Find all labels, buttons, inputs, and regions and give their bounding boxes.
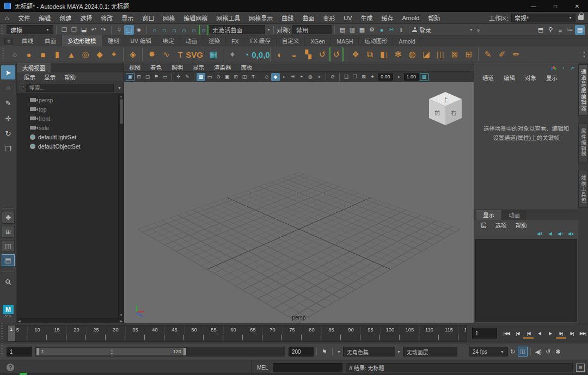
quad-draw-icon[interactable]: ✎: [481, 47, 495, 62]
two-pane-layout-button[interactable]: ◫: [2, 240, 15, 252]
super-shape-icon[interactable]: ✸: [145, 47, 159, 62]
range-slider-range[interactable]: 1 120: [36, 348, 186, 355]
playback-start-field[interactable]: [7, 347, 32, 356]
shelf-tab[interactable]: 绑定: [157, 35, 180, 46]
shelf-tab[interactable]: 自定义: [277, 35, 305, 46]
pop-out-panel-icon[interactable]: ❐: [351, 73, 359, 81]
view-cube[interactable]: 上 前 右: [429, 92, 462, 127]
polygon-torus-icon[interactable]: ◎: [78, 47, 93, 62]
menu-item[interactable]: 通道: [477, 72, 499, 82]
close-button[interactable]: ✕: [566, 0, 588, 12]
current-time-field[interactable]: [472, 328, 497, 339]
drag-grip[interactable]: [0, 343, 4, 355]
animation-preferences-icon[interactable]: ✱: [553, 347, 563, 356]
chevron-down-icon[interactable]: ▼: [267, 28, 271, 32]
svg-tool-icon[interactable]: SVG: [187, 47, 201, 62]
smooth-icon[interactable]: ✻: [391, 47, 405, 62]
menu-item[interactable]: 展示: [20, 72, 39, 82]
polygon-cylinder-icon[interactable]: ▮: [50, 47, 64, 62]
wireframe-icon[interactable]: ◇: [262, 73, 271, 81]
loop-toggle-icon[interactable]: ↻: [508, 347, 518, 356]
menu-item[interactable]: 显示: [188, 63, 209, 71]
remesh-icon[interactable]: ⊞: [462, 47, 476, 62]
step-forward-key-button[interactable]: ▶|: [556, 328, 566, 339]
resolution-gate-icon[interactable]: ⊙: [214, 73, 223, 81]
snapshot-icon[interactable]: ❏: [342, 73, 351, 81]
fullscreen-icon[interactable]: ⊠: [359, 73, 368, 81]
repeat-last-options-icon[interactable]: ↺: [329, 47, 344, 62]
pan-zoom-icon[interactable]: ✛: [174, 73, 183, 81]
help-icon[interactable]: ?: [7, 364, 14, 371]
render-setup-icon[interactable]: ✂: [387, 25, 396, 35]
outliner-persp-layout-button[interactable]: ▤: [2, 254, 15, 266]
four-pane-layout-button[interactable]: ⊞: [2, 226, 15, 238]
humanik-toggle-icon[interactable]: ⚲: [546, 25, 555, 35]
layer-list[interactable]: [475, 239, 577, 322]
snap-to-point-icon[interactable]: ∩: [169, 25, 179, 35]
shelf-options-icon[interactable]: ○: [8, 47, 22, 62]
repeat-last-icon[interactable]: ↺: [315, 47, 329, 62]
menu-item[interactable]: 面板: [236, 63, 258, 71]
outliner-tab[interactable]: 大纲视图: [17, 63, 51, 72]
shelf-tab[interactable]: 雕刻: [102, 35, 125, 46]
grid-toggle-icon[interactable]: ▦: [197, 73, 205, 81]
outliner-hscrollbar[interactable]: ◀ ▶: [17, 318, 124, 323]
outliner-scrollbar[interactable]: ▲ ▼: [118, 94, 124, 318]
hierarchy-mode-icon[interactable]: ⑂: [114, 25, 124, 35]
sign-in-select[interactable]: 登录 ▼: [412, 26, 473, 34]
menu-item[interactable]: 曲线: [277, 12, 298, 23]
outliner-item[interactable]: defaultLightSet: [17, 132, 118, 142]
step-back-key-button[interactable]: |◀: [523, 328, 534, 339]
shelf-tab[interactable]: MASH: [331, 37, 359, 46]
safe-title-icon[interactable]: T: [249, 73, 258, 81]
gamma-field[interactable]: 1.00: [404, 73, 419, 81]
play-backward-button[interactable]: ◀: [534, 328, 544, 339]
type-tool-icon[interactable]: T: [173, 47, 187, 62]
range-slider-track[interactable]: 1 120: [35, 347, 285, 356]
ambient-occlusion-icon[interactable]: ◍: [306, 73, 315, 81]
filter-icon[interactable]: ⬚: [19, 85, 24, 91]
current-frame-marker[interactable]: 1: [8, 325, 15, 341]
shelf-scroll-arrows[interactable]: ▲ ▼: [583, 51, 588, 58]
outliner-item[interactable]: front: [17, 114, 118, 123]
shelf-tab[interactable]: XGen: [305, 37, 331, 46]
anim-layer-select[interactable]: 无动画层: [403, 347, 457, 356]
menu-item[interactable]: 照明: [167, 63, 188, 71]
search-icon[interactable]: ⌕: [471, 23, 485, 36]
lasso-select-tool[interactable]: ◌: [1, 81, 15, 95]
menu-item[interactable]: 帮助: [424, 12, 444, 23]
character-set-select[interactable]: 无角色集: [343, 347, 395, 356]
select-tool[interactable]: ➤: [1, 65, 15, 79]
sidebar-tab[interactable]: 属性编辑器: [578, 124, 588, 162]
gamma-icon[interactable]: ◑: [394, 73, 403, 81]
isolate-select-icon[interactable]: ⊘: [328, 73, 337, 81]
move-tool[interactable]: ✛: [1, 111, 15, 125]
auto-keyframe-toggle-icon[interactable]: ⚿: [518, 347, 528, 356]
menu-item[interactable]: 视图: [124, 63, 145, 71]
step-back-frame-button[interactable]: |◀: [512, 328, 523, 339]
menu-item[interactable]: 着色: [145, 63, 167, 71]
menu-item[interactable]: 创建: [55, 12, 76, 23]
polygon-sphere-icon[interactable]: ●: [22, 47, 36, 62]
snap-to-grid-icon[interactable]: ∩: [150, 25, 160, 35]
shelf-menu-icon[interactable]: ≡: [4, 38, 13, 45]
layer-editor-tab[interactable]: 动画: [502, 210, 526, 220]
outliner-item[interactable]: side: [17, 123, 118, 132]
paint-select-tool[interactable]: ✎: [1, 96, 15, 110]
menu-item[interactable]: 文件: [14, 12, 34, 23]
shelf-tab[interactable]: 渲染: [203, 35, 226, 46]
menu-item[interactable]: 生成: [357, 12, 377, 23]
menu-item[interactable]: 对象: [520, 72, 541, 82]
lock-icon[interactable]: [578, 15, 584, 20]
redo-icon[interactable]: ↷: [99, 25, 108, 35]
menu-item[interactable]: 选项: [491, 220, 511, 230]
go-to-start-button[interactable]: |◀◀: [501, 328, 512, 339]
shelf-tab[interactable]: 动画: [180, 35, 203, 46]
multi-cut-icon[interactable]: ✐: [495, 47, 509, 62]
shelf-tab[interactable]: FX: [226, 37, 244, 46]
go-to-end-button[interactable]: ▶▶|: [578, 328, 588, 339]
menu-item[interactable]: 网格: [158, 12, 179, 23]
single-pane-layout-button[interactable]: ✥: [2, 212, 15, 224]
menu-item[interactable]: 编辑: [34, 12, 55, 23]
snap-to-view-plane-icon[interactable]: ∩: [189, 25, 199, 35]
